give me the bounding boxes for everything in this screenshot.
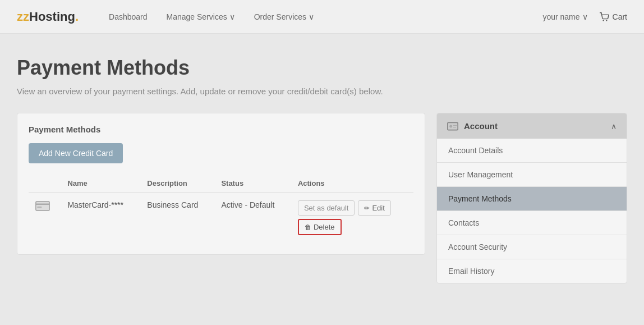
svg-rect-4 — [37, 207, 42, 208]
sidebar-item-contacts[interactable]: Contacts — [437, 211, 627, 235]
sidebar-item-payment-methods[interactable]: Payment Methods — [437, 187, 627, 211]
sidebar-item-account-security[interactable]: Account Security — [437, 235, 627, 259]
sidebar-header: Account — [437, 113, 627, 139]
card-status: Active - Default — [214, 193, 291, 244]
nav-links: Dashboard Manage Services Order Services — [101, 8, 542, 26]
brand-logo[interactable]: zzHosting. — [17, 10, 79, 24]
chevron-down-icon — [582, 12, 588, 21]
nav-right: your name Cart — [542, 12, 627, 21]
sidebar-header-left: Account — [447, 121, 498, 131]
navbar: zzHosting. Dashboard Manage Services Ord… — [0, 0, 644, 34]
svg-point-0 — [602, 20, 604, 21]
chevron-up-icon — [611, 122, 617, 131]
panel-title: Payment Methods — [29, 125, 413, 134]
content-layout: Payment Methods Add New Credit Card Name… — [17, 113, 627, 283]
svg-point-1 — [606, 20, 607, 21]
action-row-top: Set as default Edit — [298, 200, 407, 216]
action-row-bottom: Delete — [298, 219, 407, 235]
right-sidebar: Account Account Details User Management … — [436, 113, 627, 283]
svg-point-6 — [449, 125, 452, 127]
main-container: Payment Methods View an overview of your… — [0, 34, 644, 306]
svg-rect-2 — [36, 202, 49, 210]
left-panel: Payment Methods Add New Credit Card Name… — [17, 113, 425, 255]
card-actions: Set as default Edit Delete — [291, 193, 413, 244]
brand-zz: zz — [17, 10, 29, 24]
set-default-button[interactable]: Set as default — [298, 200, 355, 216]
edit-button[interactable]: Edit — [358, 200, 390, 216]
card-description: Business Card — [140, 193, 214, 244]
svg-rect-5 — [448, 122, 458, 130]
sidebar-item-user-management[interactable]: User Management — [437, 163, 627, 187]
col-description: Description — [140, 175, 214, 193]
brand-dot: . — [75, 10, 79, 24]
account-card-icon — [447, 122, 458, 131]
cart-label: Cart — [613, 12, 627, 21]
delete-button[interactable]: Delete — [298, 219, 342, 235]
col-status: Status — [214, 175, 291, 193]
nav-order-services[interactable]: Order Services — [246, 8, 322, 26]
col-name: Name — [61, 175, 140, 193]
nav-manage-services[interactable]: Manage Services — [159, 8, 243, 26]
table-row: MasterCard-**** Business Card Active - D… — [29, 193, 413, 244]
nav-dashboard[interactable]: Dashboard — [101, 8, 155, 26]
page-subtitle: View an overview of your payment setting… — [17, 86, 627, 96]
cart-link[interactable]: Cart — [599, 12, 627, 21]
pencil-icon — [364, 204, 370, 212]
col-actions: Actions — [291, 175, 413, 193]
sidebar-item-account-details[interactable]: Account Details — [437, 139, 627, 163]
card-icon-cell — [29, 193, 61, 244]
sidebar-item-email-history[interactable]: Email History — [437, 259, 627, 283]
actions-cell: Set as default Edit Delete — [298, 200, 407, 235]
user-menu[interactable]: your name — [542, 12, 587, 21]
col-icon — [29, 175, 61, 193]
trash-icon — [305, 223, 311, 231]
chevron-down-icon — [229, 12, 235, 21]
payment-table: Name Description Status Actions — [29, 175, 413, 243]
cart-icon — [599, 12, 609, 21]
page-title: Payment Methods — [17, 56, 627, 80]
sidebar-items: Account Details User Management Payment … — [437, 139, 627, 283]
chevron-down-icon — [309, 12, 314, 21]
brand-hosting: Hosting — [29, 10, 75, 24]
add-new-credit-card-button[interactable]: Add New Credit Card — [29, 143, 123, 163]
card-name: MasterCard-**** — [61, 193, 140, 244]
user-name: your name — [542, 12, 579, 21]
credit-card-icon — [35, 200, 50, 212]
sidebar-title: Account — [464, 121, 498, 131]
